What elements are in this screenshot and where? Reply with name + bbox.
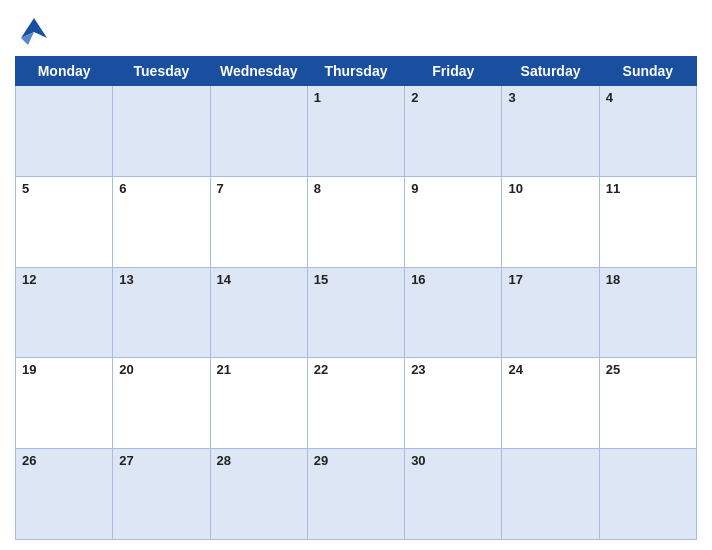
day-number: 2 (411, 90, 418, 105)
calendar-table: MondayTuesdayWednesdayThursdayFridaySatu… (15, 56, 697, 540)
calendar-day-8: 8 (307, 176, 404, 267)
calendar-day-15: 15 (307, 267, 404, 358)
day-number: 14 (217, 272, 231, 287)
logo (15, 10, 57, 52)
calendar-day-3: 3 (502, 86, 599, 177)
day-number: 28 (217, 453, 231, 468)
calendar-day-6: 6 (113, 176, 210, 267)
weekday-thursday: Thursday (307, 57, 404, 86)
calendar-day-4: 4 (599, 86, 696, 177)
weekday-tuesday: Tuesday (113, 57, 210, 86)
day-number: 29 (314, 453, 328, 468)
calendar-day-empty (16, 86, 113, 177)
day-number: 24 (508, 362, 522, 377)
day-number: 8 (314, 181, 321, 196)
day-number: 30 (411, 453, 425, 468)
calendar-day-empty (599, 449, 696, 540)
calendar-day-16: 16 (405, 267, 502, 358)
calendar-day-18: 18 (599, 267, 696, 358)
day-number: 25 (606, 362, 620, 377)
calendar-day-empty (502, 449, 599, 540)
calendar-day-9: 9 (405, 176, 502, 267)
calendar-day-25: 25 (599, 358, 696, 449)
day-number: 20 (119, 362, 133, 377)
day-number: 23 (411, 362, 425, 377)
calendar-day-29: 29 (307, 449, 404, 540)
calendar-day-7: 7 (210, 176, 307, 267)
calendar-header (15, 10, 697, 52)
day-number: 15 (314, 272, 328, 287)
calendar-day-12: 12 (16, 267, 113, 358)
weekday-wednesday: Wednesday (210, 57, 307, 86)
day-number: 10 (508, 181, 522, 196)
day-number: 19 (22, 362, 36, 377)
calendar-day-2: 2 (405, 86, 502, 177)
day-number: 11 (606, 181, 620, 196)
day-number: 3 (508, 90, 515, 105)
weekday-friday: Friday (405, 57, 502, 86)
weekday-sunday: Sunday (599, 57, 696, 86)
day-number: 18 (606, 272, 620, 287)
calendar-week-row: 19202122232425 (16, 358, 697, 449)
calendar-day-19: 19 (16, 358, 113, 449)
calendar-day-5: 5 (16, 176, 113, 267)
calendar-day-17: 17 (502, 267, 599, 358)
day-number: 9 (411, 181, 418, 196)
day-number: 16 (411, 272, 425, 287)
weekday-saturday: Saturday (502, 57, 599, 86)
calendar-day-21: 21 (210, 358, 307, 449)
calendar-week-row: 12131415161718 (16, 267, 697, 358)
weekday-header-row: MondayTuesdayWednesdayThursdayFridaySatu… (16, 57, 697, 86)
calendar-day-28: 28 (210, 449, 307, 540)
calendar-day-22: 22 (307, 358, 404, 449)
day-number: 27 (119, 453, 133, 468)
weekday-monday: Monday (16, 57, 113, 86)
calendar-day-empty (210, 86, 307, 177)
calendar-week-row: 1234 (16, 86, 697, 177)
calendar-day-26: 26 (16, 449, 113, 540)
calendar-day-24: 24 (502, 358, 599, 449)
day-number: 17 (508, 272, 522, 287)
calendar-day-1: 1 (307, 86, 404, 177)
calendar-day-20: 20 (113, 358, 210, 449)
day-number: 5 (22, 181, 29, 196)
day-number: 13 (119, 272, 133, 287)
calendar-day-11: 11 (599, 176, 696, 267)
calendar-day-14: 14 (210, 267, 307, 358)
day-number: 12 (22, 272, 36, 287)
calendar-week-row: 567891011 (16, 176, 697, 267)
calendar-day-30: 30 (405, 449, 502, 540)
day-number: 4 (606, 90, 613, 105)
calendar-day-23: 23 (405, 358, 502, 449)
day-number: 1 (314, 90, 321, 105)
day-number: 21 (217, 362, 231, 377)
day-number: 26 (22, 453, 36, 468)
calendar-day-13: 13 (113, 267, 210, 358)
day-number: 6 (119, 181, 126, 196)
svg-marker-0 (21, 18, 47, 38)
calendar-day-27: 27 (113, 449, 210, 540)
calendar-day-empty (113, 86, 210, 177)
logo-bird-icon (15, 10, 53, 52)
day-number: 7 (217, 181, 224, 196)
calendar-week-row: 2627282930 (16, 449, 697, 540)
day-number: 22 (314, 362, 328, 377)
calendar-day-10: 10 (502, 176, 599, 267)
